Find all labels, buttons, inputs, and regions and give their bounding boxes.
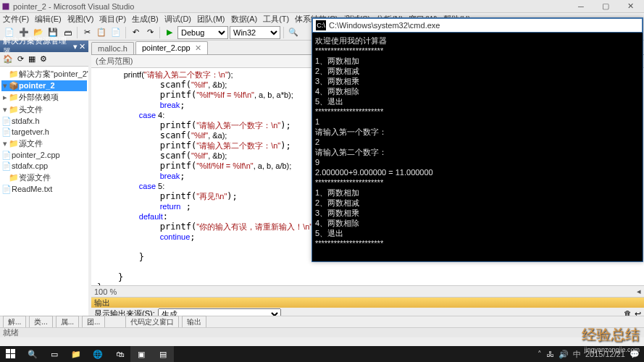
menu-project[interactable]: 项目(P) — [99, 14, 126, 25]
minimize-button[interactable]: ─ — [569, 0, 593, 13]
menu-view[interactable]: 视图(V) — [67, 14, 94, 25]
bt-output[interactable]: 输出 — [182, 316, 206, 329]
scope-text: (全局范围) — [96, 56, 133, 67]
solution-tree[interactable]: 📁解决方案"pointer_2"(1 个项目) ▾📦pointer_2 ▸📁外部… — [0, 67, 88, 336]
copy-icon[interactable]: 📋 — [95, 26, 108, 39]
console-window[interactable]: C:\ C:\Windows\system32\cmd.exe 欢迎使用我的计算… — [311, 17, 643, 262]
svg-rect-1 — [11, 349, 15, 353]
cmd-task-icon[interactable]: ▤ — [152, 346, 174, 362]
bt-prop[interactable]: 属... — [56, 316, 79, 329]
store-icon[interactable]: 🛍 — [109, 346, 130, 362]
watermark-url: jingyanzongjie.com — [584, 346, 640, 353]
menu-edit[interactable]: 编辑(E) — [35, 14, 62, 25]
watermark-text: 经验总结 — [582, 325, 640, 345]
separator — [125, 27, 126, 38]
file-targetver-h[interactable]: 📄targetver.h — [1, 127, 87, 138]
console-title-bar[interactable]: C:\ C:\Windows\system32\cmd.exe — [312, 18, 643, 33]
show-all-icon[interactable]: ▦ — [28, 54, 35, 64]
status-text: 就绪 — [3, 327, 19, 338]
resources-folder[interactable]: 📁资源文件 — [1, 172, 87, 184]
find-icon[interactable]: 🔍 — [287, 26, 300, 39]
cut-icon[interactable]: ✂ — [80, 26, 93, 39]
separator — [283, 27, 284, 38]
edge-icon[interactable]: 🌐 — [87, 346, 109, 362]
explorer-icon[interactable]: 📁 — [65, 346, 87, 362]
undo-icon[interactable]: ↶ — [129, 26, 142, 39]
tab-pointer2-cpp[interactable]: pointer_2.cpp✕ — [135, 41, 208, 54]
pin-icon[interactable]: ▾ — [73, 42, 78, 51]
task-view-icon[interactable]: ▭ — [43, 346, 65, 362]
menu-team[interactable]: 团队(M) — [197, 14, 225, 25]
solution-explorer-title: 解决方案资源管理器 ▾ ✕ — [0, 41, 88, 52]
platform-select[interactable]: Win32 — [230, 26, 280, 39]
title-bar: pointer_2 - Microsoft Visual Studio ─ ▢ … — [0, 0, 644, 13]
zoom-level[interactable]: 100 % — [94, 287, 117, 296]
file-pointer2-cpp[interactable]: 📄pointer_2.cpp — [1, 150, 87, 161]
svg-rect-3 — [11, 354, 15, 358]
solution-node[interactable]: 📁解决方案"pointer_2"(1 个项目) — [1, 68, 87, 80]
config-select[interactable]: Debug — [177, 26, 228, 39]
tab-close-icon[interactable]: ✕ — [195, 43, 201, 52]
tray-ime-icon[interactable]: 中 — [573, 349, 581, 360]
paste-icon[interactable]: 📄 — [109, 26, 122, 39]
bt-codedef[interactable]: 代码定义窗口 — [125, 316, 179, 329]
bt-team[interactable]: 团... — [82, 316, 105, 329]
home-icon[interactable]: 🏠 — [3, 54, 13, 64]
tab-malloc-h[interactable]: malloc.h — [91, 42, 134, 54]
headers-folder[interactable]: ▾📁头文件 — [1, 104, 87, 116]
maximize-button[interactable]: ▢ — [593, 0, 618, 13]
svg-rect-0 — [6, 349, 10, 353]
redo-icon[interactable]: ↷ — [143, 26, 156, 39]
se-close-icon[interactable]: ✕ — [79, 42, 85, 51]
bottom-tab-well: 解... 类... 属... 团... 代码定义窗口 输出 — [0, 316, 644, 327]
menu-debug[interactable]: 调试(D) — [164, 14, 191, 25]
window-title: pointer_2 - Microsoft Visual Studio — [13, 2, 569, 11]
svg-rect-2 — [6, 354, 10, 358]
bt-class[interactable]: 类... — [29, 316, 52, 329]
file-stdafx-cpp[interactable]: 📄stdafx.cpp — [1, 161, 87, 172]
separator — [77, 27, 78, 38]
search-icon[interactable]: 🔍 — [22, 346, 43, 362]
tray-up-icon[interactable]: ˄ — [538, 350, 542, 359]
separator — [159, 27, 160, 38]
menu-data[interactable]: 数据(A) — [231, 14, 258, 25]
menu-file[interactable]: 文件(F) — [3, 14, 29, 25]
output-title: 输出 — [91, 298, 644, 308]
start-button[interactable] — [0, 346, 22, 362]
tray-sound-icon[interactable]: 🔊 — [559, 350, 569, 359]
se-toolbar: 🏠 ⟳ ▦ ⚙ — [0, 52, 88, 67]
vs-icon — [1, 2, 10, 11]
zoom-bar: 100 %◂ — [91, 285, 644, 297]
menu-build[interactable]: 生成(B) — [132, 14, 159, 25]
file-stdafx-h[interactable]: 📄stdafx.h — [1, 116, 87, 127]
console-title-text: C:\Windows\system32\cmd.exe — [329, 21, 440, 30]
bt-solution[interactable]: 解... — [3, 316, 26, 329]
file-readme[interactable]: 📄ReadMe.txt — [1, 184, 87, 195]
status-bar: 就绪 — [0, 327, 644, 337]
properties-icon[interactable]: ⚙ — [40, 54, 47, 64]
close-button[interactable]: ✕ — [618, 0, 643, 13]
tray-net-icon[interactable]: 🖧 — [546, 350, 554, 358]
windows-taskbar[interactable]: 🔍 ▭ 📁 🌐 🛍 ▣ ▤ ˄ 🖧 🔊 中 2015/12/21 💬 — [0, 346, 644, 362]
start-debug-icon[interactable]: ▶ — [163, 26, 176, 39]
solution-explorer: 解决方案资源管理器 ▾ ✕ 🏠 ⟳ ▦ ⚙ 📁解决方案"pointer_2"(1… — [0, 41, 91, 336]
menu-tools[interactable]: 工具(T) — [263, 14, 289, 25]
sources-folder[interactable]: ▾📁源文件 — [1, 138, 87, 150]
refresh-icon[interactable]: ⟳ — [17, 54, 24, 64]
project-node[interactable]: ▾📦pointer_2 — [1, 80, 87, 91]
ext-deps-node[interactable]: ▸📁外部依赖项 — [1, 91, 87, 104]
cmd-icon: C:\ — [316, 20, 326, 30]
vs-task-icon[interactable]: ▣ — [130, 346, 152, 362]
console-body[interactable]: 欢迎使用我的计算器 ********************** 1、两数相加 … — [312, 33, 643, 261]
